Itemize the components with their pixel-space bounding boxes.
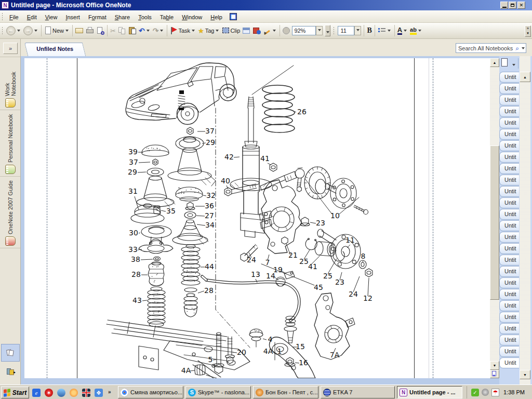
quicklaunch-red-icon[interactable]: ✶ <box>45 389 53 397</box>
menubar-drag-handle[interactable] <box>2 12 4 21</box>
page-tab-20[interactable]: Untit <box>499 300 519 311</box>
pen-button[interactable] <box>262 25 278 36</box>
onenote-window-icon[interactable]: ▦ <box>230 13 237 20</box>
toolbar-overflow-button[interactable]: »▾ <box>525 25 531 37</box>
quicklaunch-firefox-icon[interactable] <box>70 389 78 397</box>
toolbar-drag-handle[interactable] <box>2 26 4 35</box>
tray-avira-icon[interactable]: ☂ <box>491 389 499 396</box>
back-button[interactable]: ← <box>5 25 22 36</box>
all-notebooks-button[interactable]: ▸ <box>1 363 20 380</box>
page-tab-1[interactable]: Untit <box>499 83 519 94</box>
menu-share[interactable]: Share <box>111 12 134 22</box>
expand-sidebar-button[interactable]: » <box>3 43 18 54</box>
page-tab-12[interactable]: Untit <box>499 209 519 220</box>
menu-help[interactable]: Help <box>206 12 227 22</box>
copy-button[interactable] <box>117 25 127 36</box>
menu-window[interactable]: Window <box>178 12 206 22</box>
quicklaunch-ie2-icon[interactable]: ❖ <box>95 389 103 397</box>
bold-button[interactable]: B <box>366 25 373 36</box>
research-button[interactable] <box>251 25 262 36</box>
page-tab-14[interactable]: Untit <box>499 232 519 243</box>
page-tab-9[interactable]: Untit <box>499 175 519 185</box>
menu-view[interactable]: View <box>41 12 62 22</box>
task-button-3[interactable]: ETKA 7 <box>321 386 395 398</box>
note-page[interactable]: 2637293937293135303338284342414032362734… <box>24 58 490 378</box>
table-button[interactable] <box>241 25 251 36</box>
page-tabs-scrollbar[interactable]: ▲ ▼ <box>520 56 530 384</box>
page-tab-0[interactable]: Untit <box>499 72 519 83</box>
task-button-4[interactable]: NUntitled page - ... <box>397 386 462 398</box>
page-tab-25[interactable]: Untit <box>499 357 519 368</box>
sidebar-notebook-2[interactable]: OneNote 2007 Guide <box>0 178 20 248</box>
record-button[interactable] <box>282 26 291 35</box>
forward-button[interactable]: → <box>22 25 39 36</box>
menu-edit[interactable]: Edit <box>23 12 41 22</box>
page-tabs-scroll-down[interactable]: ▼ <box>520 370 530 379</box>
page-tabs-scroll-up[interactable]: ▲ <box>520 72 530 82</box>
clip-button[interactable]: Clip <box>221 25 241 36</box>
page-tab-18[interactable]: Untit <box>499 277 519 288</box>
new-page-button[interactable]: New <box>43 25 71 36</box>
page-tab-2[interactable]: Untit <box>499 95 519 105</box>
menu-format[interactable]: Format <box>84 12 111 22</box>
restore-button[interactable] <box>509 2 516 9</box>
search-box[interactable]: Search All Notebooks ⌕ <box>456 43 526 53</box>
quicklaunch-messenger-icon[interactable] <box>57 389 65 397</box>
menu-table[interactable]: Table <box>156 12 178 22</box>
page-tab-15[interactable]: Untit <box>499 243 519 254</box>
menu-tools[interactable]: Tools <box>134 12 156 22</box>
tray-gray-icon[interactable] <box>482 389 489 396</box>
undo-button[interactable]: ↶ <box>138 25 152 36</box>
unfiled-notes-button[interactable] <box>1 344 20 362</box>
vertical-scrollbar[interactable]: ▲ ▼ ▾ <box>490 58 499 378</box>
scrollbar-thumb[interactable] <box>490 145 499 300</box>
scroll-down-button[interactable]: ▼ <box>490 361 499 370</box>
page-tab-6[interactable]: Untit <box>499 140 519 151</box>
page-tab-10[interactable]: Untit <box>499 186 519 197</box>
page-tab-5[interactable]: Untit <box>499 129 519 140</box>
cut-button[interactable]: ✂ <box>109 26 117 36</box>
page-tab-11[interactable]: Untit <box>499 197 519 208</box>
font-size-combo[interactable]: 11 <box>337 25 362 36</box>
search-dropdown[interactable] <box>522 47 525 51</box>
quicklaunch-ie-icon[interactable]: e <box>32 389 41 397</box>
sidebar-notebook-1[interactable]: Personal Notebook <box>0 111 20 177</box>
minimize-button[interactable] <box>500 2 508 9</box>
page-tab-8[interactable]: Untit <box>499 163 519 174</box>
bullets-button[interactable] <box>377 25 393 36</box>
print-preview-button[interactable] <box>95 25 105 36</box>
scroll-up-button[interactable]: ▲ <box>490 58 499 67</box>
page-tab-16[interactable]: Untit <box>499 255 519 265</box>
new-page-button-side[interactable] <box>501 58 509 68</box>
scroll-jump-button[interactable]: ▾ <box>490 370 499 378</box>
task-button-2[interactable]: Бон Бон - Пеят , с... <box>253 386 318 398</box>
new-page-dropdown[interactable] <box>512 64 515 68</box>
task-button-0[interactable]: Смяна амортисьо... <box>118 386 183 398</box>
font-color-button[interactable]: A <box>396 26 409 36</box>
page-tab-7[interactable]: Untit <box>499 152 519 163</box>
start-button[interactable]: Start <box>1 387 29 398</box>
page-tab-21[interactable]: Untit <box>499 312 519 323</box>
page-tab-17[interactable]: Untit <box>499 266 519 277</box>
menu-file[interactable]: File <box>5 12 23 22</box>
page-tab-3[interactable]: Untit <box>499 106 519 117</box>
print-button[interactable] <box>85 25 95 36</box>
highlight-button[interactable]: ab <box>409 26 423 36</box>
tab-unfiled-notes[interactable]: Unfiled Notes <box>24 43 86 56</box>
close-button[interactable]: ✕ <box>517 2 525 9</box>
email-button[interactable] <box>74 25 85 36</box>
redo-button[interactable]: ↷ <box>152 25 166 36</box>
task-button[interactable]: Task <box>169 25 197 36</box>
page-tab-4[interactable]: Untit <box>499 117 519 128</box>
page-tab-13[interactable]: Untit <box>499 220 519 231</box>
page-tab-24[interactable]: Untit <box>499 346 519 357</box>
sidebar-notebook-0[interactable]: Work Notebook <box>0 58 20 110</box>
task-button-1[interactable]: SSkype™ - naslona... <box>185 386 251 398</box>
menu-insert[interactable]: Insert <box>61 12 84 22</box>
page-tab-22[interactable]: Untit <box>499 323 519 334</box>
page-tab-19[interactable]: Untit <box>499 289 519 300</box>
paste-button[interactable] <box>127 25 138 36</box>
quicklaunch-overflow[interactable]: » <box>108 389 111 395</box>
page-tab-23[interactable]: Untit <box>499 335 519 345</box>
zoom-combo[interactable]: 92% <box>291 25 324 36</box>
